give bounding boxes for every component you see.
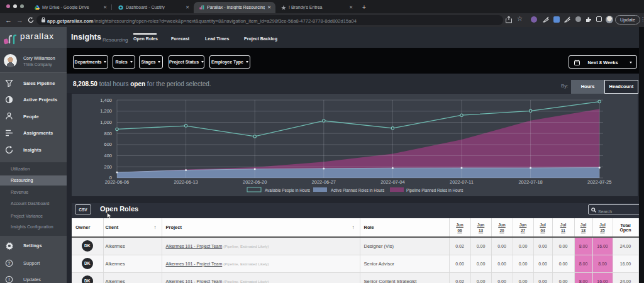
svg-text:800: 800 xyxy=(104,131,112,136)
svg-text:2022-07-18: 2022-07-18 xyxy=(518,179,542,185)
svg-text:2022-06-06: 2022-06-06 xyxy=(105,179,129,185)
svg-text:600: 600 xyxy=(104,142,112,147)
svg-text:2022-07-04: 2022-07-04 xyxy=(380,179,404,185)
svg-text:2022-06-27: 2022-06-27 xyxy=(312,179,336,185)
svg-text:1,000: 1,000 xyxy=(100,119,112,125)
svg-text:!: ! xyxy=(8,277,9,282)
svg-text:1,400: 1,400 xyxy=(100,97,112,103)
svg-text:Pipeline Planned Roles in Hour: Pipeline Planned Roles in Hours xyxy=(406,188,463,193)
svg-text:Available People in Hours: Available People in Hours xyxy=(265,188,310,193)
svg-text:2022-06-20: 2022-06-20 xyxy=(243,179,267,185)
svg-text:2022-07-25: 2022-07-25 xyxy=(587,179,611,185)
svg-text:2022-07-11: 2022-07-11 xyxy=(450,179,474,185)
svg-text:Active Planned Roles in Hours: Active Planned Roles in Hours xyxy=(331,188,384,192)
svg-text:1,200: 1,200 xyxy=(100,108,112,114)
svg-text:2022-06-13: 2022-06-13 xyxy=(174,179,197,185)
svg-text:200: 200 xyxy=(104,164,112,170)
svg-text:400: 400 xyxy=(104,153,112,158)
svg-text:?: ? xyxy=(8,261,10,265)
